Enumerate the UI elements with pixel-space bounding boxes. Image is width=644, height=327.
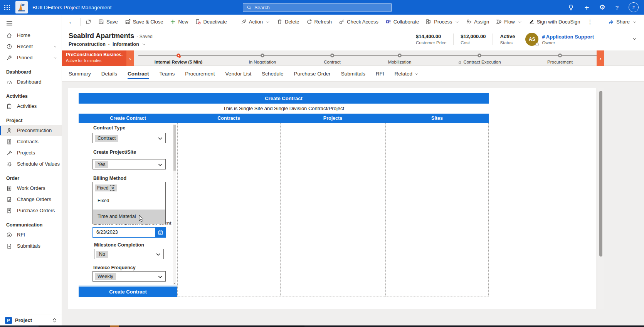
more-commands-button[interactable]: ⋮ bbox=[583, 16, 596, 28]
bpf-stage-internal-review[interactable]: Internal Review (5 Min) bbox=[136, 52, 221, 64]
colhead-contracts: Contracts bbox=[177, 114, 280, 123]
process-button[interactable]: Process bbox=[422, 16, 462, 28]
tab-purchase-order[interactable]: Purchase Order bbox=[294, 66, 330, 82]
sidebar-item-submittals[interactable]: Submittals bbox=[0, 240, 62, 252]
sidebar-section-activities: Activities bbox=[6, 94, 62, 99]
lightbulb-icon[interactable] bbox=[568, 4, 574, 11]
main-content: Create Contract This is Single Site and … bbox=[62, 82, 644, 327]
tab-related[interactable]: Related bbox=[395, 66, 419, 82]
tab-procurement[interactable]: Procurement bbox=[185, 66, 215, 82]
chevron-down-icon bbox=[455, 20, 459, 24]
delete-button[interactable]: Delete bbox=[273, 16, 303, 28]
hamburger-menu-icon[interactable] bbox=[0, 15, 62, 30]
area-label: Project bbox=[15, 317, 32, 323]
milestone-completion-select[interactable]: No bbox=[94, 249, 164, 259]
app-logo[interactable] bbox=[15, 1, 28, 13]
clock-icon bbox=[6, 44, 12, 50]
sidebar-item-rfi[interactable]: RFI bbox=[0, 229, 62, 240]
create-project-site-select[interactable]: Yes bbox=[92, 159, 166, 169]
bpf-active-stage-box[interactable]: PreConstruction Busines... Active for 5 … bbox=[62, 50, 126, 66]
tab-contract[interactable]: Contract bbox=[128, 66, 149, 82]
action-button[interactable]: Action bbox=[237, 16, 273, 28]
check-access-button[interactable]: Check Access bbox=[335, 16, 382, 28]
contract-subtitle: This is Single Site and Single Division … bbox=[79, 104, 489, 114]
tab-summary[interactable]: Summary bbox=[69, 66, 91, 82]
contract-type-select[interactable]: Contract bbox=[92, 133, 166, 143]
quick-create-plus-icon[interactable]: + bbox=[584, 3, 589, 12]
colhead-projects: Projects bbox=[280, 114, 385, 123]
collaborate-button[interactable]: Collaborate bbox=[382, 16, 423, 28]
area-switcher[interactable]: P Project bbox=[0, 315, 62, 325]
form-scrollbar[interactable]: ▼ bbox=[173, 124, 176, 285]
invoice-frequency-select[interactable]: Weekly bbox=[92, 271, 166, 282]
worker-icon bbox=[6, 127, 12, 134]
assign-button[interactable]: Assign bbox=[462, 16, 493, 28]
save-and-close-button[interactable]: Save & Close bbox=[121, 16, 167, 28]
sidebar-item-preconstruction[interactable]: Preconstruction bbox=[0, 125, 62, 136]
header-expand-chevron[interactable] bbox=[632, 36, 637, 41]
billing-option-fixed[interactable]: Fixed bbox=[93, 196, 165, 205]
edit-page-icon bbox=[6, 196, 12, 203]
remove-tag-icon[interactable]: ✕ bbox=[110, 185, 115, 191]
sidebar-item-contracts[interactable]: Contracts bbox=[0, 136, 62, 147]
milestone-completion-label: Milestone Completion bbox=[94, 242, 144, 248]
page-scrollbar-thumb[interactable] bbox=[599, 91, 602, 257]
owner-field[interactable]: AS # Application Support Owner bbox=[522, 33, 594, 46]
tab-submittals[interactable]: Submittals bbox=[341, 66, 365, 82]
tab-schedule[interactable]: Schedule bbox=[262, 66, 283, 82]
sidebar-item-change-orders[interactable]: Change Orders bbox=[0, 194, 62, 205]
sidebar-item-dashboard[interactable]: Dashboard bbox=[0, 76, 62, 87]
stage-marker bbox=[478, 54, 481, 57]
sidebar-item-schedule-of-values[interactable]: Schedule of Values bbox=[0, 158, 62, 169]
form-selector[interactable]: Information bbox=[113, 42, 139, 47]
deactivate-button[interactable]: Deactivate bbox=[192, 16, 237, 28]
sidebar-item-purchase-orders[interactable]: Purchase Orders bbox=[0, 205, 62, 216]
sidebar-item-work-orders[interactable]: Work Orders bbox=[0, 183, 62, 194]
column-divider bbox=[488, 123, 489, 297]
save-button[interactable]: Save bbox=[95, 16, 121, 28]
user-avatar[interactable]: # bbox=[629, 2, 639, 12]
billing-option-time-and-material[interactable]: Time and Material bbox=[93, 210, 165, 224]
owner-link[interactable]: # Application Support bbox=[542, 34, 594, 40]
checklist-icon bbox=[6, 185, 12, 191]
column-divider bbox=[280, 123, 281, 297]
chevron-down-icon bbox=[633, 20, 637, 24]
save-icon bbox=[98, 19, 104, 25]
global-search-input[interactable]: Search bbox=[243, 3, 392, 12]
sidebar-item-projects[interactable]: Projects bbox=[0, 147, 62, 158]
sidebar-item-recent[interactable]: Recent bbox=[0, 41, 62, 52]
help-icon[interactable]: ? bbox=[615, 5, 619, 10]
date-picker-button[interactable] bbox=[155, 227, 166, 238]
tab-details[interactable]: Details bbox=[101, 66, 117, 82]
back-button[interactable]: ← bbox=[64, 18, 79, 26]
tab-teams[interactable]: Teams bbox=[160, 66, 175, 82]
chevron-down-icon bbox=[156, 252, 161, 257]
bpf-next-stage-chevron[interactable]: › bbox=[597, 50, 604, 66]
bpf-collapse-chevron[interactable]: ‹ bbox=[126, 50, 134, 66]
sidebar-item-pinned[interactable]: Pinned bbox=[0, 52, 62, 63]
page-scrollbar[interactable] bbox=[598, 88, 604, 309]
search-placeholder: Search bbox=[254, 5, 270, 10]
bpf-stage-contract-execution[interactable]: Contract Execution bbox=[437, 52, 522, 64]
chevron-down-icon[interactable] bbox=[142, 42, 146, 46]
waffle-menu-icon[interactable] bbox=[0, 0, 15, 15]
create-contract-button[interactable]: Create Contract bbox=[79, 287, 177, 297]
key-icon bbox=[339, 19, 345, 25]
sidebar-item-activities[interactable]: Activities bbox=[0, 101, 62, 112]
tab-vendor-list[interactable]: Vendor List bbox=[225, 66, 252, 82]
scroll-down-arrow-icon[interactable]: ▼ bbox=[173, 282, 176, 285]
expected-completion-date-input[interactable]: 6/23/2023 bbox=[92, 227, 166, 238]
flow-button[interactable]: Flow bbox=[493, 16, 525, 28]
share-button[interactable]: Share bbox=[605, 16, 640, 28]
new-button[interactable]: New bbox=[166, 16, 192, 28]
bpf-stage-procurement[interactable]: Procurement bbox=[518, 52, 602, 64]
tab-rfi[interactable]: RFI bbox=[376, 66, 384, 82]
settings-gear-icon[interactable]: ⚙ bbox=[599, 4, 605, 11]
open-record-button[interactable] bbox=[82, 16, 95, 28]
refresh-button[interactable]: Refresh bbox=[303, 16, 336, 28]
docusign-button[interactable]: Sign with DocuSign bbox=[525, 16, 584, 28]
form-scrollbar-thumb[interactable] bbox=[173, 125, 176, 171]
sidebar-item-home[interactable]: Home bbox=[0, 30, 62, 41]
bpf-stage-mobilization[interactable]: Mobilization bbox=[357, 52, 442, 64]
refresh-icon bbox=[306, 19, 312, 25]
